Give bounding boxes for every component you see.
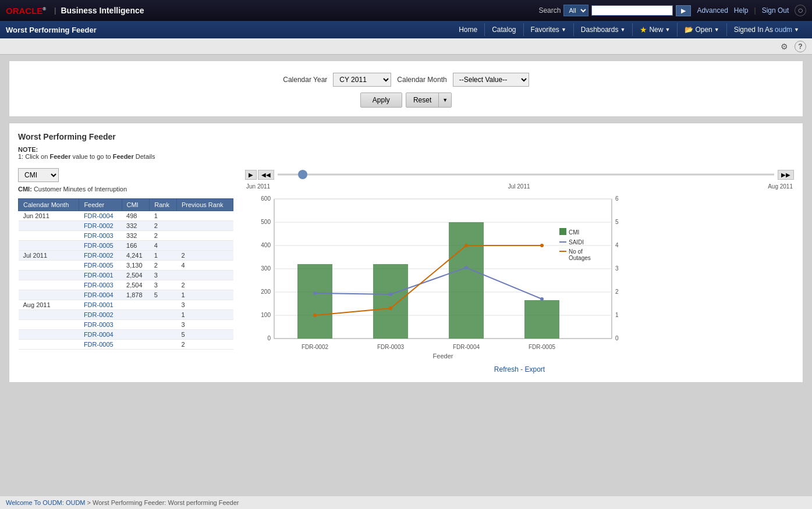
cell-feeder[interactable]: FDR-0002 xyxy=(79,221,122,231)
calendar-year-select[interactable]: CY 2011 xyxy=(333,73,391,87)
search-area: Search All ▶ xyxy=(538,5,691,16)
svg-point-29 xyxy=(389,293,392,296)
data-table: Calendar Month Feeder CMI Rank Previous … xyxy=(18,198,233,350)
cell-feeder[interactable]: FDR-0003 xyxy=(79,231,122,241)
catalog-nav-btn[interactable]: Catalog xyxy=(485,23,523,36)
cell-feeder[interactable]: FDR-0004 xyxy=(79,330,122,340)
timeline-thumb[interactable] xyxy=(298,170,307,179)
timeline-label-aug: Aug 2011 xyxy=(768,183,793,190)
favorites-nav-btn[interactable]: Favorites▼ xyxy=(524,23,574,36)
cell-rank: 3 xyxy=(150,270,177,280)
feeder-link[interactable]: FDR-0005 xyxy=(84,262,114,269)
table-row: FDR-00032,50432 xyxy=(19,280,233,290)
cell-prev-rank xyxy=(176,211,233,221)
cell-feeder[interactable]: FDR-0004 xyxy=(79,290,122,300)
reset-dropdown-button[interactable]: ▼ xyxy=(438,93,451,107)
calendar-month-label: Calendar Month xyxy=(397,76,446,84)
help-link[interactable]: Help xyxy=(734,6,749,15)
cell-rank xyxy=(150,340,177,350)
report-panel: Worst Performing Feeder NOTE: 1: Click o… xyxy=(9,123,803,383)
search-scope-select[interactable]: All xyxy=(563,5,588,16)
new-nav-btn[interactable]: ★New▼ xyxy=(633,23,678,37)
feeder-link[interactable]: FDR-0001 xyxy=(84,272,114,279)
chart-container: 0 100 200 300 400 500 600 0 1 2 3 4 5 xyxy=(245,193,794,362)
cell-feeder[interactable]: FDR-0002 xyxy=(79,251,122,261)
svg-text:100: 100 xyxy=(261,312,271,318)
cell-rank: 1 xyxy=(150,251,177,261)
cell-feeder[interactable]: FDR-0005 xyxy=(79,340,122,350)
chart-links: Refresh - Export xyxy=(245,365,794,373)
search-go-button[interactable]: ▶ xyxy=(676,5,691,16)
feeder-keyword-2: Feeder xyxy=(113,153,134,160)
nav-separator: | xyxy=(754,6,756,15)
timeline-prev-btn[interactable]: ◀◀ xyxy=(258,170,274,180)
timeline-next-btn[interactable]: ▶▶ xyxy=(778,170,794,180)
cell-feeder[interactable]: FDR-0002 xyxy=(79,310,122,320)
svg-text:FDR-0005: FDR-0005 xyxy=(529,344,556,350)
calendar-month-select[interactable]: --Select Value-- xyxy=(453,73,529,87)
cell-cmi xyxy=(122,340,150,350)
cell-feeder[interactable]: FDR-0004 xyxy=(79,211,122,221)
cell-month xyxy=(19,270,79,280)
svg-text:3: 3 xyxy=(615,265,619,272)
cell-rank xyxy=(150,330,177,340)
feeder-link[interactable]: FDR-0001 xyxy=(84,301,114,308)
cell-rank: 1 xyxy=(150,211,177,221)
cell-feeder[interactable]: FDR-0005 xyxy=(79,241,122,251)
svg-text:200: 200 xyxy=(261,289,271,295)
svg-text:0: 0 xyxy=(267,335,271,341)
cell-feeder[interactable]: FDR-0001 xyxy=(79,270,122,280)
cell-prev-rank: 4 xyxy=(176,261,233,270)
cell-prev-rank: 2 xyxy=(176,340,233,350)
cell-feeder[interactable]: FDR-0001 xyxy=(79,300,122,310)
dashboards-nav-btn[interactable]: Dashboards▼ xyxy=(574,23,633,36)
feeder-link[interactable]: FDR-0005 xyxy=(84,242,114,249)
cell-prev-rank: 2 xyxy=(176,280,233,290)
cell-feeder[interactable]: FDR-0003 xyxy=(79,280,122,290)
feeder-link[interactable]: FDR-0004 xyxy=(84,291,114,298)
account-icon: ○ xyxy=(795,5,806,16)
feeder-link[interactable]: FDR-0003 xyxy=(84,232,114,239)
top-nav-links: Advanced Help | Sign Out ○ xyxy=(697,5,806,16)
note-prefix: NOTE: xyxy=(18,146,38,153)
toolbar-bar: ⚙ ? xyxy=(0,38,812,55)
sign-out-link[interactable]: Sign Out xyxy=(762,6,789,15)
feeder-link[interactable]: FDR-0002 xyxy=(84,252,114,259)
reset-button[interactable]: Reset xyxy=(406,93,438,107)
feeder-link[interactable]: FDR-0003 xyxy=(84,282,114,289)
metric-selector[interactable]: CMI xyxy=(18,168,59,182)
cell-feeder[interactable]: FDR-0005 xyxy=(79,261,122,270)
cell-cmi xyxy=(122,300,150,310)
svg-point-33 xyxy=(389,307,392,310)
breadcrumb-home-link[interactable]: Welcome To OUDM: OUDM xyxy=(6,499,86,506)
search-input[interactable] xyxy=(591,5,673,16)
cell-rank xyxy=(150,300,177,310)
settings-icon-btn[interactable]: ⚙ xyxy=(778,40,791,53)
feeder-link[interactable]: FDR-0003 xyxy=(84,321,114,328)
export-link[interactable]: Export xyxy=(525,365,545,373)
cell-feeder[interactable]: FDR-0003 xyxy=(79,320,122,330)
table-row: FDR-00053,13024 xyxy=(19,261,233,270)
cell-month xyxy=(19,231,79,241)
feeder-link[interactable]: FDR-0002 xyxy=(84,222,114,229)
feeder-link[interactable]: FDR-0004 xyxy=(84,331,114,338)
advanced-link[interactable]: Advanced xyxy=(697,6,728,15)
home-nav-btn[interactable]: Home xyxy=(452,23,485,36)
oracle-logo: ORACLE® xyxy=(6,6,46,16)
cell-month: Jul 2011 xyxy=(19,251,79,261)
timeline-play-btn[interactable]: ▶ xyxy=(245,170,257,180)
open-nav-btn[interactable]: 📂Open▼ xyxy=(678,23,726,36)
refresh-link[interactable]: Refresh xyxy=(494,365,519,373)
cell-cmi xyxy=(122,330,150,340)
svg-text:No of: No of xyxy=(569,248,583,255)
cell-rank: 2 xyxy=(150,221,177,231)
feeder-link[interactable]: FDR-0004 xyxy=(84,212,114,219)
cell-prev-rank xyxy=(176,241,233,251)
apply-button[interactable]: Apply xyxy=(360,92,402,108)
help-icon-btn[interactable]: ? xyxy=(795,41,806,52)
feeder-link[interactable]: FDR-0005 xyxy=(84,341,114,348)
cell-month: Aug 2011 xyxy=(19,300,79,310)
feeder-link[interactable]: FDR-0002 xyxy=(84,311,114,318)
svg-text:6: 6 xyxy=(615,195,619,202)
cell-month xyxy=(19,330,79,340)
